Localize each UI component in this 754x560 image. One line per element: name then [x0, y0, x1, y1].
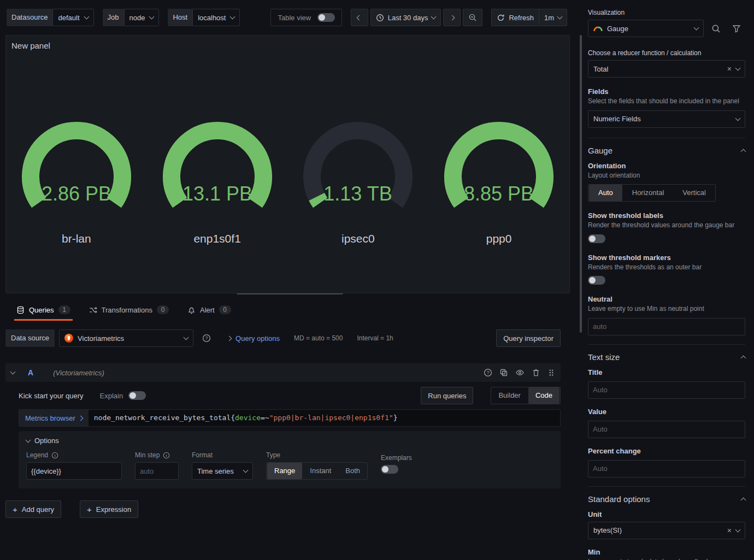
interval-text: Interval = 1h — [357, 334, 393, 342]
type-both-option[interactable]: Both — [338, 463, 367, 479]
clock-icon — [376, 14, 384, 22]
refresh-button[interactable]: Refresh — [491, 9, 539, 26]
query-inspector-button[interactable]: Query inspector — [496, 329, 561, 347]
delete-query-icon[interactable] — [532, 368, 540, 377]
threshold-markers-toggle[interactable] — [588, 276, 605, 285]
orientation-auto-option[interactable]: Auto — [589, 185, 622, 201]
host-select[interactable]: localhost — [192, 9, 240, 26]
editor-tabs: Queries 1 Transformations 0 — [0, 301, 579, 321]
section-text-size[interactable]: Text size — [588, 344, 745, 368]
datasource-value: default — [58, 14, 79, 22]
query-header[interactable]: A (Victoriametrics) ? — [5, 363, 561, 382]
time-range-picker[interactable]: Last 30 days — [370, 9, 441, 26]
clear-icon[interactable]: × — [727, 65, 732, 73]
time-shift-back-button[interactable] — [351, 9, 368, 26]
tab-transformations[interactable]: Transformations 0 — [87, 301, 171, 321]
explain-toggle[interactable] — [128, 391, 146, 400]
info-icon — [51, 452, 58, 459]
help-icon[interactable]: ? — [484, 368, 492, 377]
host-label: Host — [168, 9, 192, 26]
query-ref-id: A — [28, 368, 33, 377]
drag-handle-icon[interactable] — [547, 368, 555, 377]
metrics-browser-button[interactable]: Metrics browser — [19, 410, 89, 426]
exemplars-toggle[interactable] — [381, 465, 398, 474]
orientation-horizontal-option[interactable]: Horizontal — [623, 185, 674, 201]
type-label: Type — [266, 451, 280, 459]
job-select[interactable]: node — [124, 9, 160, 26]
format-select[interactable]: Time series — [192, 462, 253, 480]
percent-change-input[interactable] — [588, 460, 745, 478]
table-view-toggle[interactable] — [317, 13, 335, 22]
fields-select[interactable]: Numeric Fields — [588, 110, 745, 128]
value-size-label: Value — [588, 408, 745, 416]
clear-icon[interactable]: × — [727, 527, 732, 534]
data-source-picker[interactable]: Victoriametrics — [59, 329, 193, 347]
code-option[interactable]: Code — [528, 387, 559, 404]
operator-token: =~ — [261, 414, 269, 422]
gauge-enp1s0f1: 13.1 PB enp1s0f1 — [147, 121, 288, 245]
section-gauge[interactable]: Gauge — [588, 138, 745, 162]
orientation-vertical-option[interactable]: Vertical — [673, 185, 715, 201]
options-scrollbar[interactable] — [580, 35, 582, 333]
min-label: Min — [588, 548, 745, 556]
threshold-markers-label: Show threshold markers — [588, 254, 745, 262]
collapse-chevron-icon — [10, 369, 16, 375]
chevron-down-icon — [694, 25, 699, 31]
add-query-button[interactable]: + Add query — [5, 500, 61, 518]
hide-query-icon[interactable] — [515, 368, 525, 377]
title-size-input[interactable] — [588, 381, 745, 399]
query-options-toggle[interactable]: Query options MD = auto = 500 Interval =… — [227, 334, 393, 343]
zoom-out-icon — [468, 13, 477, 22]
builder-option[interactable]: Builder — [491, 387, 527, 404]
metric-name-token: node_network_receive_bytes_total — [94, 414, 231, 422]
datasource-help-button[interactable]: ? — [198, 329, 215, 347]
unit-select[interactable]: bytes(SI) × — [588, 522, 745, 539]
datasource-select[interactable]: default — [52, 9, 93, 26]
refresh-interval-select[interactable]: 1m — [539, 9, 567, 26]
promql-query-input[interactable]: node_network_receive_bytes_total{device=… — [89, 410, 560, 426]
time-shift-forward-button[interactable] — [443, 9, 461, 26]
type-range-option[interactable]: Range — [267, 463, 302, 479]
chevron-down-icon — [431, 14, 437, 20]
zoom-out-button[interactable] — [463, 9, 482, 26]
table-view-label: Table view — [278, 14, 311, 22]
gauge-ppp0: 8.85 PB ppp0 — [428, 121, 569, 245]
neutral-input[interactable] — [588, 318, 745, 335]
percent-change-label: Percent change — [588, 447, 745, 455]
refresh-icon — [497, 14, 505, 22]
gauge-arc: 8.85 PB — [433, 121, 564, 225]
options-collapse-button[interactable]: Options — [26, 437, 59, 445]
filter-options-button[interactable] — [728, 20, 745, 37]
min-step-input[interactable] — [135, 462, 179, 480]
min-step-label: Min step — [135, 451, 160, 459]
panel-title: New panel — [11, 41, 50, 50]
min-field: Min Leave empty to calculate based on al… — [588, 548, 745, 560]
expression-label: Expression — [96, 505, 131, 514]
legend-input[interactable] — [26, 462, 122, 480]
neutral-label: Neutral — [588, 295, 745, 303]
title-size-field: Title — [588, 368, 745, 399]
visualization-picker[interactable]: Gauge — [588, 20, 704, 37]
chevron-down-icon — [230, 14, 235, 20]
tab-alert[interactable]: Alert 0 — [185, 301, 233, 321]
tab-queries[interactable]: Queries 1 — [14, 301, 73, 321]
run-queries-button[interactable]: Run queries — [421, 387, 473, 404]
threshold-labels-toggle[interactable] — [588, 234, 605, 243]
kick-start-button[interactable]: Kick start your query — [19, 392, 84, 400]
visualization-label: Visualization — [588, 9, 745, 16]
chevron-up-icon — [741, 149, 746, 154]
chevron-down-icon — [149, 14, 155, 20]
type-instant-option[interactable]: Instant — [303, 463, 338, 479]
label-token: device — [235, 414, 261, 422]
query-options-fields: Legend Min step — [26, 451, 553, 480]
search-options-button[interactable] — [707, 20, 724, 37]
section-standard-options[interactable]: Standard options — [588, 486, 745, 510]
add-expression-button[interactable]: + Expression — [80, 500, 138, 518]
duplicate-query-icon[interactable] — [499, 368, 508, 377]
value-size-input[interactable] — [588, 421, 745, 438]
transformations-icon — [89, 306, 97, 314]
tab-count-badge: 0 — [219, 305, 231, 314]
chevron-down-icon — [735, 115, 741, 121]
reducer-select[interactable]: Total × — [588, 60, 745, 78]
question-circle-icon: ? — [202, 334, 211, 343]
